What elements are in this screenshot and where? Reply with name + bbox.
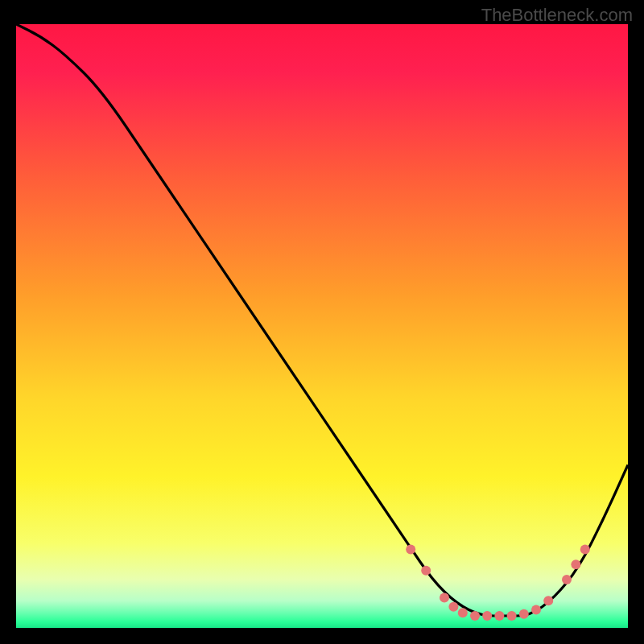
curve-marker (507, 611, 517, 621)
curve-marker (571, 559, 580, 569)
curve-marker (494, 611, 504, 621)
watermark-text: TheBottleneck.com (481, 5, 633, 26)
curve-marker (519, 609, 529, 619)
curve-marker (543, 596, 553, 605)
curve-marker (421, 566, 431, 576)
chart-container (16, 24, 628, 628)
curve-markers (406, 545, 590, 621)
curve-marker (580, 545, 590, 555)
curve-marker (562, 575, 572, 584)
chart-curve-layer (16, 24, 628, 628)
bottleneck-curve (16, 24, 628, 616)
curve-marker (440, 593, 449, 603)
curve-marker (531, 605, 541, 615)
curve-marker (482, 611, 492, 621)
curve-marker (406, 545, 415, 555)
curve-marker (448, 602, 458, 612)
curve-marker (458, 608, 468, 617)
curve-marker (470, 611, 480, 621)
